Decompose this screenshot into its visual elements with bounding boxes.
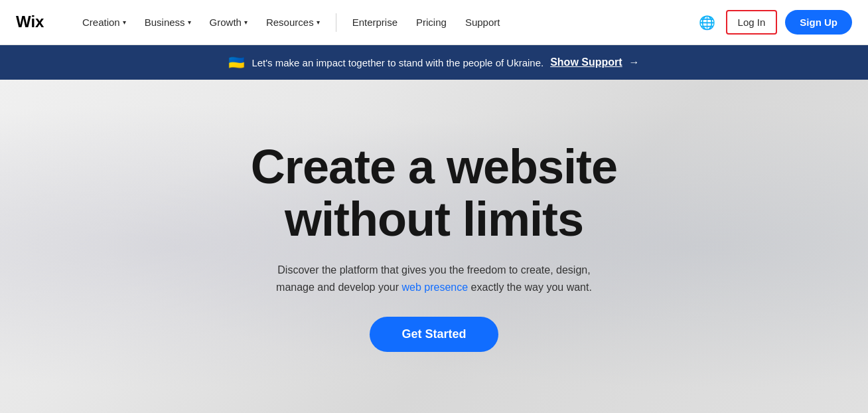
resources-chevron-icon: ▾ — [317, 19, 320, 26]
language-selector-icon[interactable]: 🌐 — [697, 12, 718, 33]
navbar-actions: 🌐 Log In Sign Up — [697, 10, 852, 35]
hero-subtitle: Discover the platform that gives you the… — [261, 262, 607, 295]
ukraine-flag-icon: 🇺🇦 — [228, 54, 245, 70]
nav-support-label: Support — [465, 17, 500, 28]
business-chevron-icon: ▾ — [188, 19, 191, 26]
login-button[interactable]: Log In — [726, 10, 778, 35]
svg-text:Wix: Wix — [16, 14, 44, 29]
nav-business-label: Business — [145, 17, 185, 28]
signup-button[interactable]: Sign Up — [785, 10, 852, 35]
hero-section: Create a website without limits Discover… — [0, 80, 868, 413]
growth-chevron-icon: ▾ — [244, 19, 248, 26]
nav-item-resources[interactable]: Resources ▾ — [258, 11, 328, 33]
main-nav: Creation ▾ Business ▾ Growth ▾ Resources… — [74, 11, 697, 33]
nav-item-support[interactable]: Support — [457, 11, 508, 33]
nav-growth-label: Growth — [210, 17, 242, 28]
nav-item-growth[interactable]: Growth ▾ — [202, 11, 255, 33]
nav-item-pricing[interactable]: Pricing — [408, 11, 455, 33]
hero-content: Create a website without limits Discover… — [251, 141, 617, 353]
creation-chevron-icon: ▾ — [123, 19, 126, 26]
nav-creation-label: Creation — [82, 17, 120, 28]
ukraine-arrow-icon: → — [629, 56, 640, 68]
ukraine-banner-text: Let's make an impact together to stand w… — [252, 57, 543, 68]
nav-resources-label: Resources — [266, 17, 314, 28]
nav-item-business[interactable]: Business ▾ — [137, 11, 199, 33]
hero-subtitle-highlight: web presence — [402, 282, 469, 293]
nav-item-creation[interactable]: Creation ▾ — [74, 11, 134, 33]
ukraine-show-support-link[interactable]: Show Support — [550, 56, 622, 68]
wix-logo[interactable]: Wix — [16, 14, 53, 31]
get-started-button[interactable]: Get Started — [370, 317, 498, 352]
nav-divider — [336, 13, 336, 32]
navbar: Wix Creation ▾ Business ▾ Growth ▾ Resou… — [0, 0, 868, 45]
hero-title: Create a website without limits — [251, 141, 617, 246]
hero-title-line1: Create a website — [251, 140, 617, 193]
nav-item-enterprise[interactable]: Enterprise — [344, 11, 405, 33]
nav-pricing-label: Pricing — [416, 17, 447, 28]
nav-enterprise-label: Enterprise — [352, 17, 398, 28]
hero-title-line2: without limits — [285, 193, 583, 246]
ukraine-banner: 🇺🇦 Let's make an impact together to stan… — [0, 45, 868, 80]
